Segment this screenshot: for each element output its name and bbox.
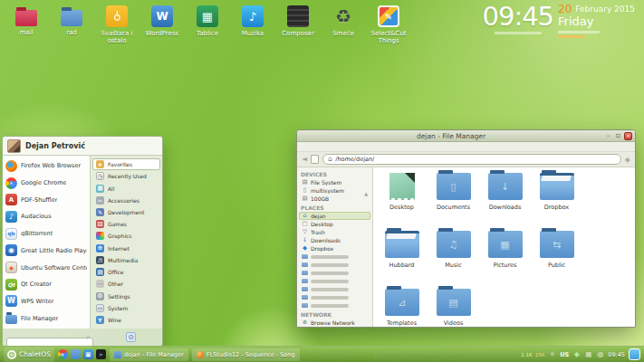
keyboard-layout-indicator[interactable]: US [560,351,569,358]
folder-item[interactable]: Dropbox [532,173,582,229]
sidebar-place-item[interactable] [299,277,370,285]
menu-app-item[interactable]: Great Little Radio Player [3,243,90,260]
menu-app-item[interactable]: WPS Writer [3,293,90,310]
sidebar-place-item[interactable]: Trash [299,228,370,236]
folder-item[interactable]: ⇆ Public [532,231,582,287]
sidebar-place-item[interactable] [299,261,370,269]
desktop-icon[interactable]: WordPress [141,5,183,44]
category-icon [96,196,104,205]
category-label: Recently Used [108,173,147,179]
desktop-icon[interactable]: Tablice [187,5,228,44]
toolbar-options-icon[interactable]: ◈ [625,156,630,164]
menu-category-item[interactable]: All [92,182,160,194]
power-button[interactable] [126,332,136,342]
menu-user-header[interactable]: Dejan Petrović [3,137,162,156]
app-icon [5,160,17,172]
quick-launch-icon[interactable] [96,349,106,359]
menu-category-item[interactable]: Accessories [92,195,160,206]
app-icon [5,228,17,240]
menu-category-item[interactable]: Office [92,266,160,278]
back-icon[interactable]: ◄ [302,156,307,163]
menu-category-item[interactable]: Settings [92,290,160,301]
category-label: Other [108,281,123,287]
folder-item[interactable]: ▤ Videos [428,289,478,345]
updater-tray-icon[interactable] [572,350,581,358]
quick-launch-icon[interactable] [58,349,68,359]
window-titlebar[interactable]: dejan - File Manager [297,130,635,142]
menu-app-item[interactable]: Audacious [3,208,90,225]
task-button[interactable]: dejan - File Manager [110,348,188,361]
folder-item[interactable]: Desktop [377,173,427,229]
menu-app-item[interactable]: Ubuntu Software Center [3,259,90,276]
sidebar-place-item[interactable]: Downloads [299,236,370,244]
desktop-icon[interactable]: mail [5,5,47,44]
menu-category-item[interactable]: Recently Used [92,170,160,182]
menu-app-item[interactable]: Firefox Web Browser [3,157,90,175]
menu-app-item[interactable]: Google Chrome [3,175,90,192]
menu-category-item[interactable]: Wine [92,314,160,326]
path-bar[interactable]: /home/dejan/ [322,154,621,165]
folder-item[interactable]: ♫ Music [428,231,478,287]
menu-category-item[interactable]: Other [92,278,160,290]
sidebar-place-item[interactable] [299,252,370,261]
task-button[interactable]: FLStudio12 - Sequence - Song [192,348,300,361]
menu-category-item[interactable]: Internet [92,243,160,254]
menu-category-item[interactable]: Favorites [92,158,160,170]
folder-item[interactable]: ↓ Downloads [480,173,530,229]
folder-item[interactable]: ▦ Pictures [480,231,530,287]
clipboard-tray-icon[interactable] [584,350,592,358]
menu-app-item[interactable]: PDF-Shuffler [3,191,90,208]
folder-item[interactable]: ⊿ Templates [377,289,427,345]
sidebar-device-item[interactable]: File System [299,178,370,186]
quick-launch-icon[interactable] [71,349,81,359]
place-icon [302,237,308,243]
window-title: dejan - File Manager [300,132,602,140]
sidebar-place-item[interactable] [299,293,370,301]
close-button[interactable] [624,132,632,140]
menu-category-item[interactable]: Development [92,206,160,218]
sidebar-device-item[interactable]: 100GB [299,195,370,203]
show-desktop-button[interactable] [629,348,640,360]
folder-item[interactable]: ▯ Documents [428,173,478,229]
desktop-icon[interactable]: Smeće [322,5,364,44]
menu-app-item[interactable]: qBittorrent [3,225,90,243]
sidebar-place-item[interactable] [299,285,370,293]
quick-launch-icon[interactable] [83,349,93,359]
folder-item[interactable]: Hubbard [377,231,427,287]
folder-icon [540,173,574,200]
desktop-icon[interactable]: Composer [277,5,319,44]
desktop-icon[interactable]: rad [51,5,92,44]
sidebar-place-item[interactable]: Dropbox [299,244,370,252]
task-label: FLStudio12 - Sequence - Song [207,351,295,358]
notes-icon[interactable] [311,155,319,164]
start-button[interactable]: ChaletOS [4,348,54,362]
place-icon [302,271,308,275]
minimize-button[interactable] [604,132,612,140]
tray-clock[interactable]: 09:45 [608,351,625,358]
dropbox-tray-icon[interactable] [548,350,556,358]
sidebar-place-item[interactable]: Desktop [299,220,370,228]
desktop-icon-label: Select&Cut Things [368,30,409,44]
menu-category-item[interactable]: Graphics [92,230,160,242]
desktop-icon-label: Composer [282,30,314,37]
user-name: Dejan Petrović [25,142,85,150]
clock-subtext [495,32,542,34]
menu-app-item[interactable]: File Manager [3,310,90,327]
sidebar-place-item[interactable]: dejan [299,212,370,220]
eject-icon[interactable] [364,182,368,199]
menu-category-item[interactable]: Multimedia [92,254,160,266]
sidebar-place-item[interactable] [299,269,370,277]
folder-glyph: ♫ [449,240,458,250]
sidebar-place-item[interactable] [299,301,370,310]
menu-category-item[interactable]: System [92,302,160,314]
tray-icon[interactable] [596,350,604,358]
sidebar-network-item[interactable]: Browse Network [299,319,370,327]
desktop-icon-row: mail rad Svaštara i ostalo WordPress Tab… [5,5,409,44]
menu-category-item[interactable]: Games [92,218,160,230]
menu-app-item[interactable]: Qt Creator [3,276,90,293]
desktop-icon[interactable]: Svaštara i ostalo [96,5,138,44]
sidebar-device-item[interactable]: multisystem [299,186,370,195]
desktop-icon[interactable]: Muzika [232,5,274,44]
desktop-icon[interactable]: Select&Cut Things [368,5,409,44]
maximize-button[interactable] [614,132,622,140]
